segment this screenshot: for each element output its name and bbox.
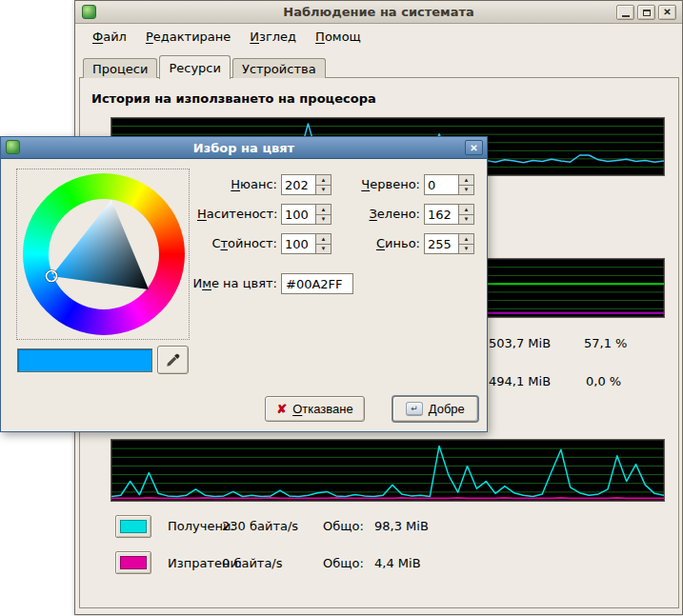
- received-color-button[interactable]: [115, 515, 151, 538]
- sent-rate: 0 байта/s: [222, 556, 283, 570]
- color-preview-swatch: [17, 348, 152, 372]
- hue-label: Нюанс:: [197, 177, 277, 191]
- dialog-titlebar[interactable]: Избор на цвят ✕: [1, 137, 487, 159]
- spin-up-icon: ▲: [464, 236, 470, 242]
- main-window-title: Наблюдение на системата: [75, 1, 682, 24]
- spin-up-icon: ▲: [321, 207, 327, 212]
- menubar: Файл Редактиране Изглед Помощ: [75, 25, 682, 48]
- spin-up-icon: ▲: [321, 177, 327, 183]
- red-spin-down[interactable]: ▼: [458, 186, 474, 196]
- sent-total: 4,4 MiB: [374, 556, 421, 570]
- saturation-input[interactable]: [281, 204, 315, 225]
- eyedropper-button[interactable]: [157, 346, 189, 374]
- dialog-title: Избор на цвят: [1, 137, 487, 159]
- network-history-chart: [110, 439, 665, 502]
- swap-used-percent: 0,0 %: [586, 374, 621, 388]
- green-spin-down[interactable]: ▼: [458, 215, 474, 226]
- red-input[interactable]: [424, 174, 458, 195]
- hue-spin-up[interactable]: ▲: [315, 174, 331, 186]
- tab-processes[interactable]: Процеси: [83, 58, 157, 78]
- saturation-spin-up[interactable]: ▲: [315, 204, 331, 215]
- screen: Наблюдение на системата ✕ Файл Редактира…: [0, 0, 683, 616]
- minimize-button[interactable]: [616, 5, 634, 20]
- enter-key-icon: ↵: [406, 402, 423, 416]
- blue-spin-up[interactable]: ▲: [458, 233, 474, 245]
- hsv-triangle[interactable]: [17, 169, 191, 341]
- window-controls: ✕: [616, 5, 676, 20]
- color-name-label: Име на цвят:: [178, 276, 277, 290]
- sent-color-button[interactable]: [115, 551, 151, 574]
- blue-spinbox: ▲ ▼: [424, 233, 474, 254]
- received-rate: 230 байта/s: [222, 519, 298, 533]
- hue-spin-down[interactable]: ▼: [315, 186, 331, 196]
- ok-button-label: Добре: [429, 402, 465, 416]
- close-icon: ✕: [663, 8, 671, 17]
- tab-resources[interactable]: Ресурси: [159, 55, 231, 79]
- value-input[interactable]: [281, 233, 315, 254]
- saturation-spin-down[interactable]: ▼: [315, 215, 331, 226]
- hue-input[interactable]: [281, 174, 315, 195]
- received-color-swatch: [120, 520, 147, 533]
- ok-button[interactable]: ↵ Добре: [392, 396, 478, 422]
- blue-spin-down[interactable]: ▼: [458, 245, 474, 255]
- cancel-icon: ✘: [276, 403, 287, 415]
- sent-color-swatch: [120, 556, 147, 569]
- red-label: Червено:: [336, 177, 420, 191]
- eyedropper-icon: [165, 351, 182, 368]
- red-spin-up[interactable]: ▲: [458, 174, 474, 186]
- close-button[interactable]: ✕: [658, 5, 676, 20]
- minimize-icon: [622, 15, 630, 17]
- red-spinbox: ▲ ▼: [424, 174, 474, 195]
- spin-down-icon: ▼: [321, 216, 327, 222]
- hue-spinbox: ▲ ▼: [281, 174, 331, 195]
- cancel-button-label: Отказване: [292, 402, 353, 416]
- saturation-label: Наситеност:: [197, 207, 277, 221]
- received-total-label: Общо:: [323, 519, 364, 533]
- value-spin-down[interactable]: ▼: [315, 245, 331, 255]
- spin-up-icon: ▲: [321, 236, 327, 242]
- tab-devices[interactable]: Устройства: [232, 58, 326, 78]
- spin-up-icon: ▲: [464, 207, 470, 212]
- sent-total-label: Общо:: [323, 556, 364, 570]
- memory-used-percent: 57,1 %: [584, 336, 627, 350]
- blue-input[interactable]: [424, 233, 458, 254]
- green-spinbox: ▲ ▼: [424, 204, 474, 225]
- color-chooser-dialog: Избор на цвят ✕: [0, 136, 488, 432]
- menu-view[interactable]: Изглед: [240, 27, 306, 47]
- spin-down-icon: ▼: [464, 246, 470, 251]
- cancel-button[interactable]: ✘ Отказване: [265, 396, 365, 422]
- maximize-button[interactable]: [637, 5, 655, 20]
- value-spin-up[interactable]: ▲: [315, 233, 331, 245]
- value-label: Стойност:: [197, 236, 277, 250]
- spin-up-icon: ▲: [464, 177, 470, 183]
- spin-down-icon: ▼: [464, 187, 470, 192]
- network-chart-canvas: [111, 440, 664, 501]
- green-label: Зелено:: [336, 207, 420, 221]
- menu-edit[interactable]: Редактиране: [136, 27, 240, 47]
- received-total: 98,3 MiB: [374, 519, 429, 533]
- color-name-input[interactable]: [281, 273, 353, 294]
- close-icon: ✕: [470, 143, 477, 153]
- menu-help[interactable]: Помощ: [306, 27, 371, 47]
- notebook-tabs: Процеси Ресурси Устройства: [83, 54, 328, 78]
- hsv-wheel[interactable]: [16, 169, 190, 340]
- menu-file[interactable]: Файл: [83, 27, 136, 47]
- swap-used-value: 494,1 MiB: [489, 374, 551, 388]
- green-spin-up[interactable]: ▲: [458, 204, 474, 215]
- main-titlebar[interactable]: Наблюдение на системата ✕: [75, 1, 682, 24]
- cpu-history-title: История на използването на процесора: [91, 91, 376, 106]
- dialog-close-button[interactable]: ✕: [465, 140, 483, 155]
- green-input[interactable]: [424, 204, 458, 225]
- spin-down-icon: ▼: [321, 246, 327, 251]
- value-spinbox: ▲ ▼: [281, 233, 331, 254]
- spin-down-icon: ▼: [321, 187, 327, 192]
- memory-used-value: 503,7 MiB: [489, 336, 551, 350]
- maximize-icon: [643, 10, 651, 16]
- blue-label: Синьо:: [336, 236, 420, 250]
- saturation-spinbox: ▲ ▼: [281, 204, 331, 225]
- spin-down-icon: ▼: [464, 216, 470, 222]
